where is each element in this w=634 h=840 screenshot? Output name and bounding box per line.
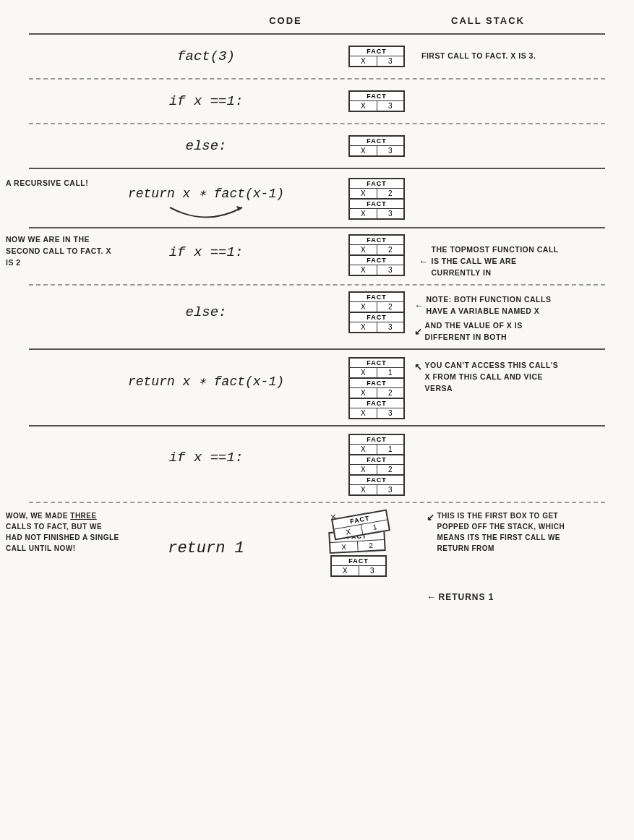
row4-stack: FACT X 2 FACT X 3: [293, 178, 408, 220]
row6-note-text2: AND THE VALUE OF X IS DIFFERENT IN BOTH: [425, 320, 561, 343]
row9-note2: ← RETURNS 1: [427, 590, 575, 604]
row4-frame2-title: FACT: [350, 200, 403, 209]
row-else2: else: FACT X 2 FACT X 3: [0, 286, 634, 348]
row6-stack-wrapper: FACT X 2 FACT X 3: [348, 291, 405, 333]
row8-stack-wrapper: FACT X 1 FACT X 2 FACT: [348, 434, 405, 496]
row5-frame2: FACT X 3: [348, 256, 405, 276]
row6-frame2-val: 3: [377, 322, 404, 332]
row7-frame1: FACT X 1: [348, 357, 405, 379]
row5-left-note: NOW WE ARE IN THE SECOND CALL TO fact. X…: [0, 234, 119, 268]
row1-frame1-val: 3: [377, 56, 404, 66]
row4-code-text: return x ∗ fact(x-1): [128, 187, 284, 201]
row2-frame1-x: X: [350, 101, 377, 111]
row3-stack-wrapper: FACT X 3: [348, 135, 405, 157]
row3-frame1-val: 3: [377, 146, 404, 155]
row5-left-text: NOW WE ARE IN THE SECOND CALL TO fact. X…: [6, 235, 111, 267]
row7-frame3: FACT X 3: [348, 399, 405, 419]
row8-frame1-title: FACT: [350, 435, 403, 445]
row1-right-note: FIRST CALL TO fact. X IS 3.: [416, 51, 567, 62]
row5-frame1-x: X: [350, 245, 377, 254]
row8-stack: FACT X 1 FACT X 2 FACT: [293, 434, 408, 496]
row1-frame1-row: X 3: [350, 56, 403, 66]
row7-frame3-title: FACT: [350, 399, 403, 408]
row5-frame1: FACT X 2: [348, 234, 405, 256]
row6-stack: FACT X 2 FACT X 3: [293, 291, 408, 333]
row-return1val: WOW, WE MADE THREE CALLS TO fact, BUT WE…: [0, 503, 634, 610]
row3-frame1: FACT X 3: [348, 135, 405, 157]
row3-frame1-title: FACT: [350, 137, 403, 146]
row8-frame2-val: 2: [377, 465, 404, 474]
row9-frame3-val: 3: [359, 566, 386, 575]
row8-frame3-val: 3: [377, 485, 404, 494]
row-return2: return x ∗ fact(x-1) FACT X 1 FACT X: [0, 350, 634, 425]
row6-note-line1: ← NOTE: BOTH FUNCTION CALLS HAVE A VARIA…: [414, 294, 560, 317]
code-header: CODE: [269, 15, 302, 26]
row3-code-text: else:: [185, 138, 226, 154]
headers: CODE CALL STACK: [0, 14, 634, 27]
row2-frame1: FACT X 3: [348, 90, 405, 112]
row7-frame1-title: FACT: [350, 359, 403, 368]
row4-frame1: FACT X 2: [348, 178, 405, 200]
row2-stack: FACT X 3: [293, 90, 408, 112]
row1-code: fact(3): [119, 48, 293, 64]
row7-frame3-x: X: [350, 408, 377, 418]
row7-frame1-row: X 1: [350, 368, 403, 377]
row1-frame1: FACT X 3: [348, 46, 405, 67]
row6-frame1-title: FACT: [350, 293, 403, 302]
row4-frame2-row: X 3: [350, 209, 403, 218]
row6-frame2-row: X 3: [350, 322, 403, 332]
row9-frame3-x: X: [332, 566, 359, 575]
row5-code-text: if x ==1:: [169, 244, 244, 260]
row8-frame1: FACT X 1: [348, 434, 405, 455]
row6-frame2: FACT X 3: [348, 313, 405, 333]
row5-frame1-val: 2: [377, 245, 404, 254]
row9-note-text1: THIS IS THE FIRST BOX TO GET POPPED OFF …: [437, 510, 575, 554]
row3-frame1-x: X: [350, 146, 377, 155]
page: CODE CALL STACK fact(3) FACT X: [0, 0, 634, 840]
row4-frame1-val: 2: [377, 189, 404, 198]
row9-frame3-title: FACT: [332, 557, 385, 566]
row8-frame3: FACT X 3: [348, 476, 405, 496]
row-if2: NOW WE ARE IN THE SECOND CALL TO fact. X…: [0, 228, 634, 284]
row9-frame3-row: X 3: [332, 566, 385, 575]
row9-code-text: return 1: [168, 539, 244, 557]
row-if3: if x ==1: FACT X 1 FACT X: [0, 427, 634, 502]
row5-frame2-title: FACT: [350, 256, 403, 265]
row4-stack-wrapper: FACT X 2 FACT X 3: [348, 178, 405, 220]
row4-frame2: FACT X 3: [348, 200, 405, 220]
row6-note-text1: NOTE: BOTH FUNCTION CALLS HAVE A VARIABL…: [427, 294, 561, 317]
main-container: CODE CALL STACK fact(3) FACT X: [0, 14, 634, 610]
row8-frame3-row: X 3: [350, 485, 403, 494]
row6-frame2-title: FACT: [350, 313, 403, 322]
row1-stack-wrapper: FACT X 3: [348, 46, 405, 67]
row8-frame1-row: X 1: [350, 445, 403, 454]
row5-frame2-x: X: [350, 265, 377, 275]
row-fact3: fact(3) FACT X 3 FIRST CALL TO fact. X I…: [0, 35, 634, 78]
row7-code: return x ∗ fact(x-1): [119, 357, 293, 390]
row2-frame1-val: 3: [377, 101, 404, 111]
row8-frame2: FACT X 2: [348, 455, 405, 476]
row7-frame2-row: X 2: [350, 388, 403, 398]
row9-frame2-x: X: [330, 541, 358, 552]
row9-returns-text: RETURNS 1: [439, 591, 494, 604]
row4-frame2-x: X: [350, 209, 377, 218]
row5-code: if x ==1:: [119, 234, 293, 260]
row5-right-note: THE TOPMOST FUNCTION CALL IS THE CALL WE…: [408, 234, 560, 278]
row6-right-note: ← NOTE: BOTH FUNCTION CALLS HAVE A VARIA…: [408, 291, 560, 343]
row2-frame1-title: FACT: [350, 92, 403, 101]
row8-frame2-x: X: [350, 465, 377, 474]
row7-note-text: YOU CAN'T ACCESS THIS CALL'S X FROM THIS…: [425, 360, 561, 394]
row6-frame1-val: 2: [377, 302, 404, 312]
row7-stack-wrapper: FACT X 1 FACT X 2 FACT: [348, 357, 405, 419]
row5-frame2-val: 3: [377, 265, 404, 275]
row7-frame2-val: 2: [377, 388, 404, 398]
row5-stack: FACT X 2 FACT X 3: [293, 234, 408, 276]
row5-frame2-row: X 3: [350, 265, 403, 275]
row4-frame1-x: X: [350, 189, 377, 198]
row9-stack: FACT X 1 ✕ FACT X 2: [293, 510, 423, 597]
row8-frame3-x: X: [350, 485, 377, 494]
row7-frame3-val: 3: [377, 408, 404, 418]
row8-code-text: if x ==1:: [169, 450, 244, 466]
row6-note-line2: ↙ AND THE VALUE OF X IS DIFFERENT IN BOT…: [414, 320, 560, 343]
row1-frame1-x: X: [350, 56, 377, 66]
